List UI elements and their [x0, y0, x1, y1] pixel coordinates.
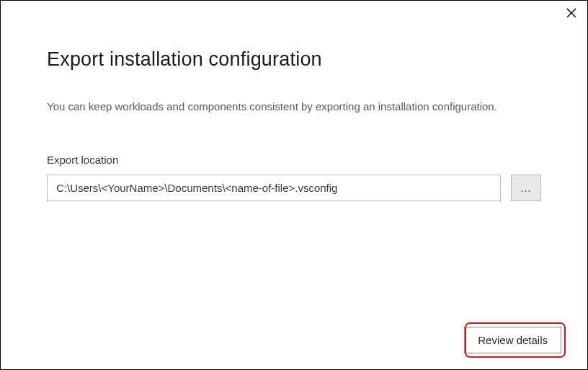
dialog-content: Export installation configuration You ca…: [1, 1, 587, 201]
export-path-input[interactable]: [47, 175, 501, 201]
export-location-label: Export location: [47, 154, 541, 166]
dialog-footer: Review details: [464, 327, 561, 353]
close-button[interactable]: [563, 5, 580, 22]
close-icon: [566, 7, 577, 21]
dialog-title: Export installation configuration: [47, 48, 541, 71]
export-location-row: ...: [47, 175, 541, 201]
dialog-description: You can keep workloads and components co…: [47, 98, 537, 115]
browse-button[interactable]: ...: [511, 175, 541, 201]
review-details-button[interactable]: Review details: [464, 327, 561, 353]
